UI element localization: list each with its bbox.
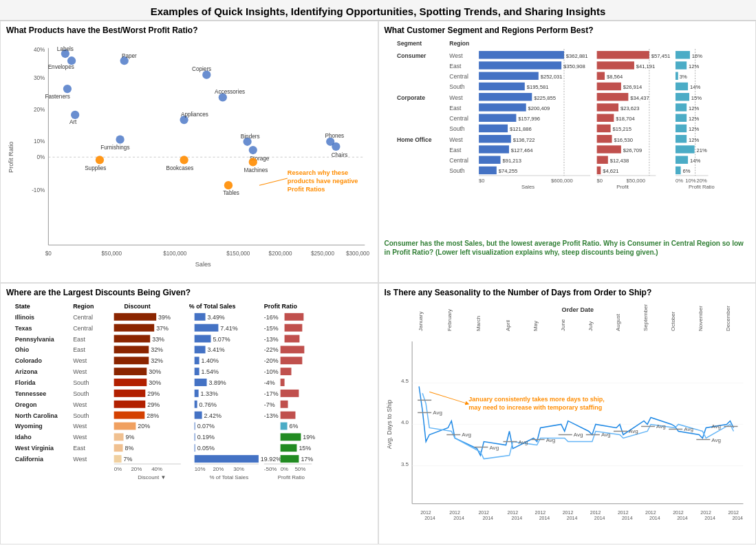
svg-text:-16%: -16%: [264, 313, 279, 320]
svg-text:East: East: [73, 445, 85, 452]
svg-text:Avg: Avg: [546, 436, 555, 443]
svg-text:$16,530: $16,530: [614, 137, 633, 143]
svg-text:10%: 10%: [685, 178, 695, 184]
svg-text:Region: Region: [449, 40, 469, 47]
svg-rect-126: [479, 145, 509, 153]
svg-text:Central: Central: [73, 313, 93, 320]
svg-text:0.07%: 0.07%: [197, 423, 215, 430]
svg-text:$200,409: $200,409: [528, 105, 550, 112]
svg-text:-10%: -10%: [32, 187, 45, 193]
svg-rect-171: [195, 313, 206, 320]
svg-rect-229: [281, 389, 299, 396]
svg-text:20%: 20%: [696, 178, 706, 184]
svg-text:2012: 2012: [700, 509, 711, 514]
svg-text:Avg: Avg: [629, 428, 638, 434]
svg-text:$18,704: $18,704: [616, 116, 635, 122]
svg-text:-10%: -10%: [264, 368, 279, 375]
svg-text:October: October: [670, 311, 676, 331]
svg-text:Avg: Avg: [711, 423, 721, 430]
svg-text:19.92%: 19.92%: [261, 456, 281, 463]
svg-text:Arizona: Arizona: [15, 368, 39, 375]
scatter-title: What Products have the Best/Worst Profit…: [6, 25, 372, 35]
svg-text:0%: 0%: [36, 154, 45, 160]
svg-text:2012: 2012: [478, 509, 489, 514]
svg-text:-20%: -20%: [264, 357, 279, 364]
svg-text:September: September: [642, 304, 649, 331]
svg-text:East: East: [449, 63, 462, 70]
svg-rect-249: [114, 422, 136, 430]
svg-text:Pennsylvania: Pennsylvania: [15, 335, 55, 342]
svg-text:February: February: [446, 308, 453, 330]
svg-text:3.41%: 3.41%: [208, 346, 225, 353]
svg-rect-101: [675, 103, 686, 111]
svg-rect-179: [195, 324, 219, 331]
svg-rect-121: [596, 135, 612, 142]
svg-rect-137: [675, 156, 687, 164]
svg-text:37%: 37%: [156, 324, 169, 331]
segment-title: What Customer Segment and Regions Perfor…: [385, 25, 750, 35]
svg-rect-259: [195, 433, 195, 441]
svg-rect-115: [675, 125, 686, 132]
svg-rect-144: [675, 167, 680, 174]
svg-text:1.33%: 1.33%: [201, 390, 218, 396]
svg-text:50%: 50%: [294, 465, 305, 472]
svg-rect-63: [596, 51, 649, 59]
svg-rect-113: [596, 125, 610, 132]
svg-text:2014: 2014: [424, 515, 435, 520]
svg-text:0.05%: 0.05%: [197, 445, 215, 452]
svg-text:20%: 20%: [213, 465, 224, 472]
svg-rect-269: [281, 444, 297, 452]
svg-text:East: East: [449, 147, 462, 154]
svg-text:2012: 2012: [728, 509, 739, 514]
svg-text:2014: 2014: [594, 515, 605, 520]
svg-text:West: West: [449, 52, 463, 59]
svg-text:0%: 0%: [675, 178, 682, 184]
svg-text:15%: 15%: [299, 445, 311, 452]
svg-rect-128: [596, 145, 620, 153]
svg-text:-4%: -4%: [264, 379, 275, 385]
svg-text:$41,191: $41,191: [636, 63, 655, 70]
svg-rect-77: [596, 72, 604, 80]
svg-text:$57,451: $57,451: [651, 53, 670, 59]
svg-rect-241: [114, 411, 145, 419]
svg-text:Oregon: Oregon: [15, 401, 37, 408]
svg-rect-201: [114, 357, 149, 364]
svg-text:West: West: [73, 368, 87, 375]
svg-rect-65: [675, 51, 689, 59]
svg-text:Profit Ratio: Profit Ratio: [278, 474, 305, 480]
scatter-svg: 40% 30% 20% 10% 0% -10% Profit Ratio $0 …: [6, 38, 372, 277]
svg-text:$15,215: $15,215: [612, 126, 631, 132]
svg-rect-245: [281, 411, 296, 419]
svg-text:29%: 29%: [147, 401, 160, 408]
svg-text:Profit: Profit: [616, 184, 629, 190]
svg-text:-15%: -15%: [264, 324, 279, 331]
svg-text:$0: $0: [45, 251, 52, 257]
svg-text:West: West: [73, 357, 87, 364]
svg-text:California: California: [15, 456, 44, 463]
svg-text:2012: 2012: [562, 509, 573, 514]
svg-text:Phones: Phones: [325, 133, 344, 139]
svg-text:29%: 29%: [147, 390, 160, 396]
svg-text:3.5: 3.5: [400, 461, 409, 467]
svg-text:17%: 17%: [301, 456, 313, 463]
segment-panel: What Customer Segment and Regions Perfor…: [378, 21, 757, 283]
svg-rect-261: [281, 433, 301, 441]
svg-text:Ohio: Ohio: [15, 346, 30, 353]
svg-text:Avg: Avg: [711, 436, 721, 443]
svg-text:Profit Ratio: Profit Ratio: [8, 142, 14, 173]
svg-rect-273: [114, 455, 122, 463]
svg-text:32%: 32%: [151, 346, 163, 353]
svg-rect-233: [114, 400, 146, 408]
svg-rect-108: [675, 114, 686, 122]
svg-text:Supplies: Supplies: [85, 165, 106, 171]
svg-rect-235: [195, 400, 197, 408]
svg-point-48: [180, 156, 188, 164]
svg-text:$0: $0: [479, 178, 484, 184]
segment-svg: Segment Region Consumer West $362,881 $5…: [385, 38, 750, 235]
svg-rect-219: [195, 379, 207, 386]
discount-title: Where are the Largest Discounts Being Gi…: [6, 288, 372, 297]
svg-text:Avg. Days to Ship: Avg. Days to Ship: [386, 399, 393, 449]
svg-rect-265: [114, 444, 123, 452]
svg-text:30%: 30%: [149, 379, 161, 385]
svg-point-38: [249, 146, 257, 154]
